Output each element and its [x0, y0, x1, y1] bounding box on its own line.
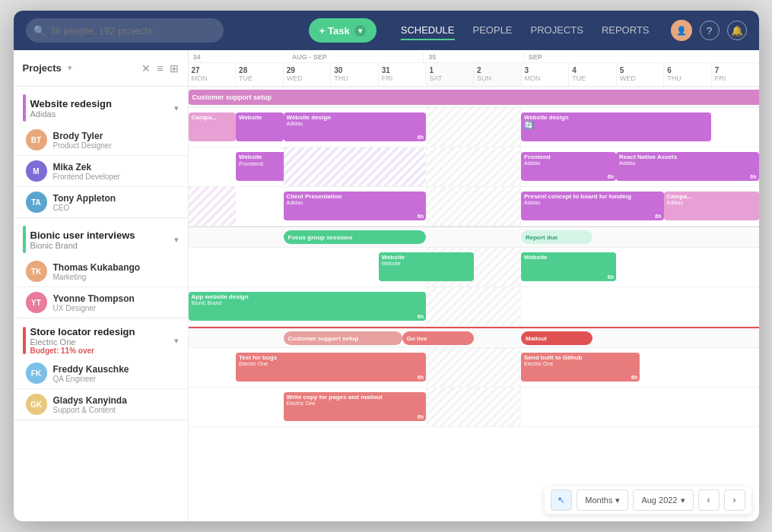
chevron-down-icon[interactable]: ▾	[174, 336, 179, 346]
weekend-cell	[426, 187, 521, 226]
person-role: UX Designer	[53, 304, 135, 312]
calendar-event[interactable]: Campa...Adidas	[664, 192, 759, 220]
person-name: Yvonne Thompson	[53, 293, 135, 304]
nav-reports[interactable]: REPORTS	[602, 21, 650, 40]
chevron-down-icon[interactable]: ▾	[68, 63, 72, 73]
content-area: Projects ▾ ✕ ≡ ⊞ Website redesign Adidas…	[14, 50, 759, 521]
person-name: Brody Tyler	[53, 131, 112, 141]
calendar-event[interactable]: Mailout	[521, 331, 593, 345]
help-icon[interactable]: ?	[700, 21, 720, 40]
avatar: BT	[26, 129, 47, 150]
calendar-event[interactable]: Campa...	[189, 112, 237, 141]
nav-schedule[interactable]: SCHEDULE	[401, 21, 455, 40]
months-dropdown[interactable]: Months ▾	[577, 489, 628, 511]
avatar: TA	[26, 192, 47, 213]
calendar-event[interactable]: WebsiteWebsite	[379, 252, 474, 281]
nav-icons: 👤 ? 🔔	[671, 20, 747, 41]
left-header: Projects ▾ ✕ ≡ ⊞	[14, 50, 188, 87]
weekend-cell	[426, 147, 521, 186]
chevron-down-icon[interactable]: ▾	[174, 103, 179, 113]
cal-day-1: 1 SAT	[426, 63, 474, 86]
calendar-event[interactable]: Customer support setup	[284, 331, 402, 345]
grid-icon[interactable]: ⊞	[170, 62, 179, 74]
notification-icon[interactable]: 🔔	[727, 21, 747, 40]
calendar-event[interactable]: App website designBionic Brand 6h	[189, 292, 427, 321]
avatar[interactable]: 👤	[671, 20, 692, 41]
chevron-down-icon[interactable]: ▾	[174, 235, 179, 245]
calendar-event[interactable]: Go live	[402, 331, 474, 345]
chevron-down-icon: ▾	[615, 496, 620, 505]
person-row: M Mika Zek Frontend Developer	[14, 156, 188, 187]
person-row: FK Freddy Kauschke QA Engineer	[14, 358, 188, 389]
avatar: TK	[26, 261, 47, 282]
project-color-stripe	[23, 226, 26, 253]
budget-over-label: Budget: 11% over	[30, 347, 170, 355]
calendar-event[interactable]: Report due	[521, 230, 593, 244]
weekend-cell	[189, 187, 237, 226]
calendar-event[interactable]: Customer support setup	[189, 90, 759, 105]
cal-day-5: 5 WED	[617, 63, 665, 86]
cal-day-28: 28 TUE	[236, 63, 284, 86]
person-name: Thomas Kukabango	[53, 262, 141, 273]
calendar-event[interactable]: Test for bugsElectric One 6h	[236, 353, 426, 382]
person-row-brody: Campa... Website Website designAdidas 6h…	[189, 108, 759, 147]
weekend-cell	[284, 147, 427, 186]
project-client: Electric One	[30, 337, 170, 347]
project-client: Bionic Brand	[30, 241, 170, 250]
cal-day-7: 7 FRI	[712, 63, 759, 86]
person-row-mika: WebsiteFrontend FrontendAdidas 6h	[189, 147, 759, 187]
project-group-bionic: Bionic user interviews Bionic Brand ▾ TK…	[14, 218, 188, 318]
week34-label: 34	[193, 53, 201, 61]
avatar: M	[26, 160, 47, 182]
avatar: FK	[26, 363, 47, 384]
calendar-event[interactable]: Client PresentationAdidas 6h	[284, 192, 427, 220]
top-nav: 🔍 + Task ▾ SCHEDULE PEOPLE PROJECTS REPO…	[14, 11, 759, 50]
cal-day-31: 31 FRI	[379, 63, 427, 86]
person-info: Yvonne Thompson UX Designer	[53, 293, 135, 312]
person-info: Mika Zek Frontend Developer	[53, 162, 120, 181]
project-name: Website redesign	[30, 98, 170, 109]
aug-sep-label: AUG - SEP	[292, 53, 327, 61]
person-name: Gladys Kanyinda	[53, 395, 127, 406]
left-header-icons: ✕ ≡ ⊞	[141, 62, 178, 74]
add-task-button[interactable]: + Task ▾	[309, 18, 376, 43]
person-row: YT Yvonne Thompson UX Designer	[14, 287, 188, 318]
calendar-event[interactable]: Website designAdidas 6h	[284, 112, 427, 141]
calendar-event[interactable]: FrontendAdidas 6h	[521, 152, 616, 181]
calendar-event[interactable]: Website design 🔄	[521, 112, 711, 141]
cal-day-2: 2 SUN	[474, 63, 522, 86]
avatar: YT	[26, 292, 47, 313]
calendar-event[interactable]: React Native AssetsAdidas 6h	[616, 152, 759, 181]
prev-button[interactable]: ‹	[698, 489, 720, 511]
person-row-gladys: Write copy for pages and mailoutElectric…	[189, 388, 759, 427]
app-window: 🔍 + Task ▾ SCHEDULE PEOPLE PROJECTS REPO…	[14, 11, 759, 521]
nav-people[interactable]: PEOPLE	[473, 21, 513, 40]
person-info: Brody Tyler Product Designer	[53, 131, 112, 150]
search-input[interactable]	[26, 18, 224, 43]
nav-projects[interactable]: PROJECTS	[531, 21, 583, 40]
calendar-event[interactable]: Send built to GithubElectric One 6h	[521, 353, 640, 382]
next-button[interactable]: ›	[724, 489, 745, 511]
calendar-event[interactable]: Website 6h	[521, 252, 616, 281]
nav-links: SCHEDULE PEOPLE PROJECTS REPORTS	[401, 21, 650, 40]
close-icon[interactable]: ✕	[141, 62, 151, 74]
sep-label: SEP	[529, 53, 542, 61]
calendar-event[interactable]: Write copy for pages and mailoutElectric…	[284, 392, 427, 421]
chevron-down-icon: ▾	[354, 25, 366, 36]
calendar-event[interactable]: Website	[236, 112, 284, 141]
section-header-store: Customer support setup Go live Mailout	[189, 327, 759, 348]
person-row-yvonne: App website designBionic Brand 6h	[189, 287, 759, 327]
project-header-store: Store locator redesign Electric One Budg…	[14, 318, 188, 358]
person-info: Gladys Kanyinda Support & Content	[53, 395, 127, 414]
date-picker[interactable]: Aug 2022 ▾	[633, 489, 693, 511]
cal-day-4: 4 TUE	[569, 63, 617, 86]
person-row: TA Tony Appleton CEO	[14, 187, 188, 217]
person-row-freddy: Test for bugsElectric One 6h 4h Send bui…	[189, 348, 759, 388]
cursor-button[interactable]: ↖	[551, 489, 572, 511]
calendar-event[interactable]: Present concept to board for funding Adi…	[521, 192, 664, 220]
project-group-website: Website redesign Adidas ▾ BT Brody Tyler…	[14, 87, 188, 218]
week35-label: 35	[428, 53, 436, 61]
person-role: CEO	[53, 204, 116, 212]
calendar-event[interactable]: Focus group sessions	[284, 230, 427, 244]
list-icon[interactable]: ≡	[157, 62, 163, 74]
